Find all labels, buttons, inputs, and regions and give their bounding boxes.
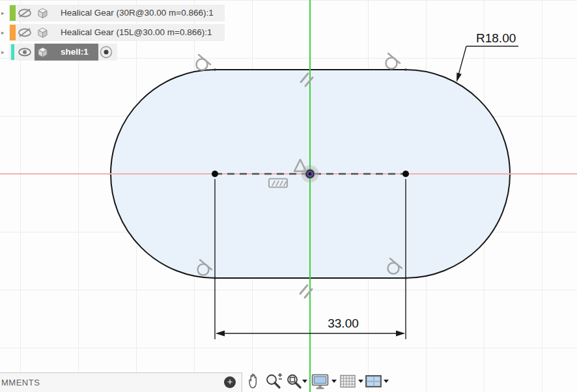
fit-dropdown-caret[interactable] <box>302 380 307 383</box>
comments-panel[interactable]: MMENTS + <box>0 372 242 392</box>
component-label[interactable]: Healical Gear (30R@30.00 m=0.866):1 <box>61 5 214 21</box>
left-arc-center-point[interactable] <box>212 171 218 177</box>
tangent-constraint-icon[interactable] <box>197 55 211 70</box>
viewports-icon[interactable] <box>365 372 383 391</box>
origin-point-center <box>309 173 311 175</box>
component-color-swatch <box>10 25 16 40</box>
right-arc-center-point[interactable] <box>402 171 409 177</box>
visibility-off-icon[interactable] <box>18 8 32 18</box>
zoom-tool-icon[interactable] <box>264 372 284 391</box>
tangent-point <box>214 68 216 71</box>
dimension-arrowhead-right <box>396 331 405 337</box>
display-settings-caret[interactable] <box>331 380 337 383</box>
distance-dimension-value[interactable]: 33.00 <box>328 316 359 330</box>
viewports-caret[interactable] <box>384 380 389 383</box>
tangent-point <box>404 68 407 71</box>
chevron-right-icon[interactable]: ▸ <box>1 10 5 16</box>
radius-dimension-value[interactable]: R18.00 <box>476 31 516 45</box>
chevron-right-icon[interactable]: ▸ <box>1 29 5 36</box>
fusion-360-window: 33.00 R18.00 ▸ Healical Gea <box>0 0 577 392</box>
component-color-swatch <box>11 44 14 60</box>
dimension-arrowhead-left <box>216 331 225 337</box>
visibility-off-icon[interactable] <box>18 27 32 38</box>
tangent-constraint-icon[interactable] <box>386 53 401 69</box>
component-color-swatch <box>10 5 16 21</box>
grid-and-snaps-caret[interactable] <box>358 380 363 383</box>
chevron-right-icon[interactable]: ▸ <box>1 49 5 55</box>
radius-leader-line <box>458 46 466 75</box>
fit-tool-icon[interactable] <box>285 372 302 391</box>
component-cube-icon <box>36 46 49 59</box>
comments-panel-label: MMENTS <box>1 378 40 387</box>
visibility-on-icon[interactable] <box>18 47 32 57</box>
component-label[interactable]: Healical Gear (15L@30.00 m=0.866):1 <box>61 24 212 41</box>
component-cube-icon <box>36 7 49 20</box>
display-settings-icon[interactable] <box>311 372 330 391</box>
add-comment-button[interactable]: + <box>224 376 236 388</box>
component-cube-icon <box>36 26 49 40</box>
radius-leader-arrowhead <box>457 72 462 82</box>
activate-component-radio[interactable] <box>100 46 113 59</box>
grid-and-snaps-icon[interactable] <box>339 372 358 391</box>
pan-tool-icon[interactable] <box>246 372 262 391</box>
component-label[interactable]: shell:1 <box>61 44 89 61</box>
